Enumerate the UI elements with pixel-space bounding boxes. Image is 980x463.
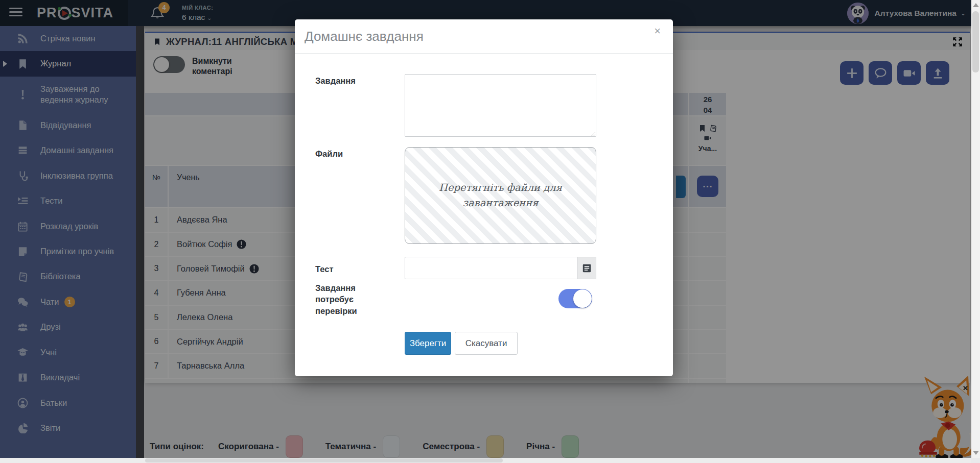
page: PRSVITA 4 МІЙ КЛАС: 6 клас⌄ Алтухова Вал… xyxy=(0,0,980,463)
dropzone-text: Перетягніть файли для завантаження xyxy=(432,180,570,211)
save-button[interactable]: Зберегти xyxy=(405,332,451,355)
modal-header: Домашнє завдання × xyxy=(295,19,673,54)
task-textarea[interactable] xyxy=(405,74,596,137)
vertical-scrollbar[interactable] xyxy=(971,0,980,458)
homework-modal: Домашнє завдання × Завдання Файли Перетя… xyxy=(295,19,673,376)
task-label: Завдання xyxy=(315,75,356,86)
test-label: Тест xyxy=(315,263,333,275)
close-icon[interactable]: × xyxy=(654,26,661,37)
files-label: Файли xyxy=(315,148,343,159)
scroll-up-icon xyxy=(973,3,979,7)
test-picker-button[interactable] xyxy=(577,257,596,279)
modal-title: Домашнє завдання xyxy=(305,29,424,44)
scrollbar-thumb xyxy=(972,11,979,72)
file-dropzone[interactable]: Перетягніть файли для завантаження xyxy=(405,147,596,244)
scroll-down-icon xyxy=(973,451,979,455)
check-label: Завдання потребує перевірки xyxy=(315,282,372,316)
cancel-button[interactable]: Скасувати xyxy=(455,332,518,355)
horizontal-scrollbar[interactable] xyxy=(0,458,971,463)
needs-check-toggle[interactable] xyxy=(558,289,592,308)
test-input[interactable] xyxy=(405,257,577,279)
journal-lines-icon xyxy=(582,263,592,273)
